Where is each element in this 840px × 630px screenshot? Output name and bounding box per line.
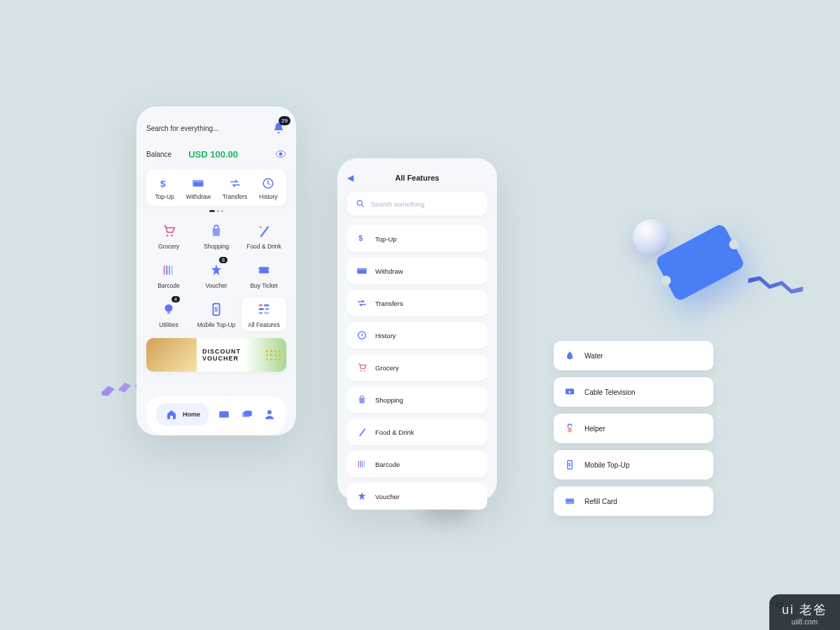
search-icon	[356, 199, 365, 209]
visibility-toggle[interactable]	[275, 148, 286, 160]
feature-label: Barcode	[375, 461, 400, 468]
feature-label: Transfers	[375, 300, 403, 307]
category-badge: 4	[172, 296, 180, 302]
feature-item-shopping[interactable]: Shopping	[347, 386, 487, 413]
page-indicator	[146, 210, 286, 212]
all-features-screen: ◀ All Features Search something $Top-Up …	[337, 158, 497, 501]
feature-label: Mobile Top-Up	[584, 461, 629, 469]
feature-item-transfers[interactable]: Transfers	[347, 290, 487, 316]
category-label: Utilities	[159, 321, 178, 328]
phone-icon: $	[207, 300, 225, 318]
quick-action-withdraw[interactable]: Withdraw	[186, 176, 211, 200]
back-button[interactable]: ◀	[347, 173, 354, 183]
category-voucher[interactable]: 8 Voucher	[194, 258, 239, 292]
feature-item-voucher[interactable]: Voucher	[347, 483, 487, 510]
svg-rect-11	[172, 266, 173, 275]
tab-wallet[interactable]	[217, 407, 231, 421]
cart-icon	[160, 222, 178, 240]
svg-rect-48	[566, 500, 574, 501]
feature-item-history[interactable]: History	[347, 322, 487, 349]
svg-rect-40	[364, 461, 365, 467]
helper-icon	[564, 422, 576, 435]
category-label: Mobile Top-Up	[197, 321, 236, 328]
tab-bar: Home	[146, 396, 286, 435]
feature-item-cable-tv[interactable]: Cable Television	[554, 377, 713, 407]
feature-label: Water	[584, 352, 603, 360]
svg-text:$: $	[358, 234, 363, 242]
search-input[interactable]: Search for everything...	[146, 125, 271, 132]
svg-point-7	[260, 226, 262, 229]
category-all-features[interactable]: All Features	[241, 298, 286, 331]
svg-point-5	[167, 234, 169, 237]
decorative-wave-blue	[747, 272, 805, 298]
svg-rect-21	[264, 304, 269, 307]
page-title: All Features	[396, 174, 440, 182]
eye-icon	[275, 148, 286, 160]
quick-action-label: Withdraw	[186, 193, 211, 200]
feature-item-mobile-topup[interactable]: $Mobile Top-Up	[554, 450, 713, 479]
category-buy-ticket[interactable]: Buy Ticket	[241, 258, 286, 292]
quick-action-transfers[interactable]: Transfers	[223, 176, 248, 200]
wallet-icon	[191, 176, 205, 190]
feature-item-refill-card[interactable]: Refill Card	[554, 486, 713, 516]
quick-action-label: History	[259, 193, 277, 200]
svg-point-15	[268, 270, 270, 272]
tab-home[interactable]: Home	[156, 403, 209, 426]
notification-badge: 29	[279, 116, 290, 125]
dollar-icon: $	[158, 176, 172, 190]
category-shopping[interactable]: Shopping	[194, 219, 239, 253]
quick-action-topup[interactable]: $ Top-Up	[155, 176, 174, 200]
feature-label: Food & Drink	[375, 428, 414, 436]
wallet-icon	[356, 265, 368, 277]
svg-rect-20	[259, 304, 263, 307]
svg-point-14	[258, 270, 260, 272]
svg-marker-41	[358, 492, 366, 500]
svg-rect-22	[259, 308, 264, 310]
promo-banner[interactable]: DISCOUNT VOUCHER	[146, 338, 286, 372]
home-screen: Search for everything... 29 Balance USD …	[136, 106, 296, 435]
bulb-icon	[160, 300, 178, 318]
feature-item-topup[interactable]: $Top-Up	[347, 225, 487, 252]
notification-bell[interactable]: 29	[271, 120, 286, 136]
svg-rect-39	[362, 461, 363, 467]
svg-point-29	[267, 410, 272, 414]
search-input[interactable]: Search something	[347, 192, 487, 216]
category-label: Barcode	[158, 282, 180, 289]
svg-text:$: $	[160, 178, 166, 189]
category-mobile-topup[interactable]: $ Mobile Top-Up	[194, 298, 239, 331]
category-food-drink[interactable]: Food & Drink	[241, 219, 286, 253]
svg-point-6	[171, 234, 173, 237]
feature-item-helper[interactable]: Helper	[554, 414, 713, 443]
category-grocery[interactable]: Grocery	[146, 219, 191, 253]
category-label: Buy Ticket	[250, 282, 277, 289]
svg-rect-13	[259, 267, 270, 273]
svg-point-0	[279, 153, 282, 155]
barcode-icon	[356, 458, 368, 470]
quick-action-label: Top-Up	[155, 193, 174, 200]
feature-item-grocery[interactable]: Grocery	[347, 354, 487, 381]
tv-icon	[564, 386, 576, 398]
feature-label: Shopping	[375, 396, 403, 404]
bag-icon	[207, 222, 225, 240]
feature-label: Cable Television	[584, 388, 636, 396]
svg-rect-28	[244, 411, 252, 416]
tab-profile[interactable]	[262, 407, 276, 421]
category-utilities[interactable]: 4 Utilities	[146, 298, 191, 331]
quick-action-history[interactable]: History	[259, 176, 277, 200]
feature-item-barcode[interactable]: Barcode	[347, 451, 487, 477]
feature-label: Voucher	[375, 493, 400, 500]
svg-rect-9	[166, 266, 167, 275]
category-barcode[interactable]: Barcode	[146, 258, 191, 292]
feature-item-water[interactable]: Water	[554, 341, 713, 370]
transfer-icon	[356, 297, 368, 309]
watermark-brand: ui 老爸	[782, 601, 827, 618]
voucher-icon	[356, 490, 368, 503]
svg-rect-24	[259, 312, 263, 314]
banner-line1: DISCOUNT	[202, 348, 266, 355]
home-icon	[164, 407, 178, 421]
tab-cards[interactable]	[240, 407, 254, 421]
feature-item-withdraw[interactable]: Withdraw	[347, 258, 487, 284]
feature-item-food-drink[interactable]: Food & Drink	[347, 419, 487, 445]
quick-actions: $ Top-Up Withdraw Transfers History	[146, 169, 286, 206]
category-grid: Grocery Shopping Food & Drink Barcode 8 …	[146, 219, 286, 331]
